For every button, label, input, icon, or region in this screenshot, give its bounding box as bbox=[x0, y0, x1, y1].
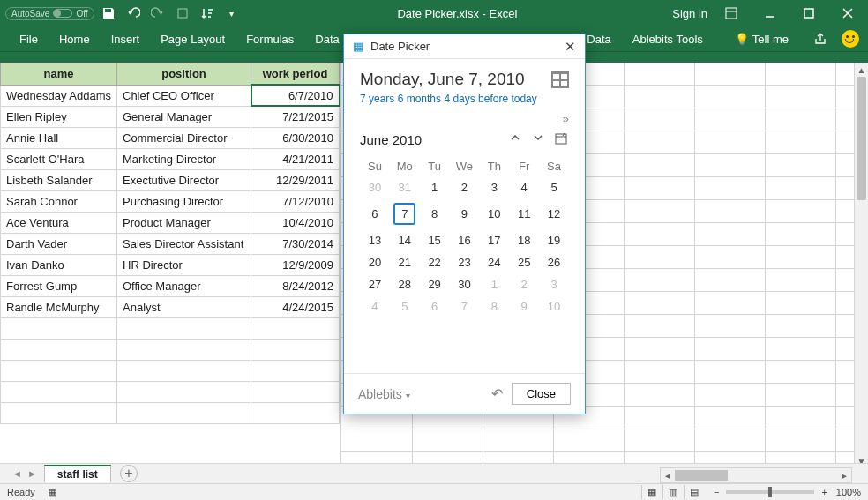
calendar-day[interactable]: 26 bbox=[539, 251, 569, 273]
calendar-day[interactable]: 3 bbox=[539, 273, 569, 295]
header-work-period[interactable]: work period bbox=[251, 63, 340, 86]
table-row[interactable]: Annie HallCommercial Director6/30/2010 bbox=[1, 127, 340, 148]
calendar-day[interactable]: 9 bbox=[450, 198, 480, 229]
add-sheet-icon[interactable]: + bbox=[120, 465, 138, 482]
table-row[interactable]: Randle McMurphyAnalyst4/24/2015 bbox=[1, 296, 340, 317]
calendar-day[interactable]: 10 bbox=[479, 198, 509, 229]
table-row[interactable]: Forrest GumpOffice Manager8/24/2012 bbox=[1, 275, 340, 296]
calendar-day[interactable]: 18 bbox=[509, 229, 539, 251]
calendar-day[interactable]: 8 bbox=[420, 198, 450, 229]
view-page-layout-icon[interactable]: ▥ bbox=[662, 485, 684, 499]
tab-formulas[interactable]: Formulas bbox=[236, 28, 304, 50]
table-row[interactable]: Ace VenturaProduct Manager10/4/2010 bbox=[1, 212, 340, 233]
smiley-icon[interactable] bbox=[842, 30, 859, 48]
scroll-left-icon[interactable]: ◄ bbox=[661, 471, 675, 481]
brand-dropdown[interactable]: Ablebits▾ bbox=[358, 387, 410, 401]
macro-record-icon[interactable]: ▦ bbox=[48, 487, 56, 498]
expand-icon[interactable]: » bbox=[563, 112, 569, 125]
tab-insert[interactable]: Insert bbox=[101, 28, 151, 50]
calendar-day[interactable]: 14 bbox=[390, 229, 420, 251]
calendar-day[interactable]: 30 bbox=[360, 176, 390, 198]
zoom-in-icon[interactable]: + bbox=[821, 487, 827, 497]
pane-titlebar[interactable]: ▦ Date Picker ✕ bbox=[344, 34, 585, 59]
calendar-day[interactable]: 3 bbox=[479, 176, 509, 198]
save-icon[interactable] bbox=[98, 3, 119, 24]
calendar-day[interactable]: 5 bbox=[390, 295, 420, 317]
sheet-tab-staff-list[interactable]: staff list bbox=[44, 465, 111, 482]
tab-nav-next-icon[interactable]: ► bbox=[27, 468, 37, 479]
calendar-day[interactable]: 27 bbox=[360, 273, 390, 295]
calendar-day[interactable]: 7 bbox=[390, 198, 420, 229]
table-row[interactable]: Sarah ConnorPurchasing Director7/12/2010 bbox=[1, 190, 340, 212]
sign-in-link[interactable]: Sign in bbox=[672, 7, 707, 20]
calendar-day[interactable]: 15 bbox=[420, 229, 450, 251]
today-icon[interactable] bbox=[553, 132, 569, 147]
hscroll-thumb[interactable] bbox=[675, 470, 728, 481]
calendar-day[interactable]: 6 bbox=[420, 295, 450, 317]
calendar-day[interactable]: 10 bbox=[539, 295, 569, 317]
maximize-icon[interactable] bbox=[794, 3, 824, 24]
calendar-day[interactable]: 24 bbox=[479, 251, 509, 273]
table-row[interactable]: Lisbeth SalanderExectutive Director12/29… bbox=[1, 169, 340, 190]
calendar-day[interactable]: 21 bbox=[390, 251, 420, 273]
zoom-level[interactable]: 100% bbox=[836, 487, 861, 497]
calendar-day[interactable]: 9 bbox=[509, 295, 539, 317]
tab-page-layout[interactable]: Page Layout bbox=[150, 28, 236, 50]
selected-cell[interactable]: 6/7/2010 bbox=[251, 85, 340, 106]
calendar-day[interactable]: 22 bbox=[420, 251, 450, 273]
calendar-day[interactable]: 4 bbox=[360, 295, 390, 317]
calendar-day[interactable]: 31 bbox=[390, 176, 420, 198]
calendar-day[interactable]: 16 bbox=[450, 229, 480, 251]
calendar-day[interactable]: 23 bbox=[450, 251, 480, 273]
sort-icon[interactable] bbox=[197, 3, 218, 24]
minimize-icon[interactable] bbox=[755, 3, 785, 24]
calendar-day[interactable]: 17 bbox=[479, 229, 509, 251]
calendar-day[interactable]: 30 bbox=[450, 273, 480, 295]
month-label[interactable]: June 2010 bbox=[360, 132, 422, 147]
view-page-break-icon[interactable]: ▤ bbox=[684, 485, 705, 499]
table-row[interactable]: Ellen RipleyGeneral Manager7/21/2015 bbox=[1, 106, 340, 127]
table-row[interactable]: Wednesday Addams Chief CEO Officer 6/7/2… bbox=[1, 85, 340, 106]
calendar-day[interactable]: 19 bbox=[539, 229, 569, 251]
scroll-up-icon[interactable]: ▲ bbox=[855, 63, 868, 77]
header-name[interactable]: name bbox=[1, 63, 117, 86]
calendar-day[interactable]: 29 bbox=[420, 273, 450, 295]
undo-date-icon[interactable]: ↶ bbox=[491, 385, 503, 402]
table-row[interactable]: Scarlett O'HaraMarketing Director4/21/20… bbox=[1, 148, 340, 169]
calendar-day[interactable]: 25 bbox=[509, 251, 539, 273]
calendar-day[interactable]: 20 bbox=[360, 251, 390, 273]
scroll-right-icon[interactable]: ► bbox=[837, 471, 851, 481]
tell-me[interactable]: 💡 Tell me bbox=[724, 28, 799, 50]
tab-ablebits-tools[interactable]: Ablebits Tools bbox=[632, 28, 714, 50]
prev-month-icon[interactable] bbox=[507, 132, 523, 147]
pane-close-icon[interactable]: ✕ bbox=[565, 39, 576, 55]
date-calculator-icon[interactable] bbox=[551, 71, 569, 88]
calendar-day[interactable]: 2 bbox=[509, 273, 539, 295]
tab-file[interactable]: File bbox=[9, 28, 49, 50]
autosave-toggle[interactable]: AutoSave Off bbox=[5, 7, 94, 20]
tab-nav-prev-icon[interactable]: ◄ bbox=[12, 468, 22, 479]
relative-date-link[interactable]: 7 years 6 months 4 days before today bbox=[360, 93, 569, 105]
calendar-day[interactable]: 5 bbox=[539, 176, 569, 198]
undo-icon[interactable] bbox=[123, 3, 144, 24]
scroll-thumb[interactable] bbox=[857, 77, 866, 200]
calendar-day[interactable]: 1 bbox=[420, 176, 450, 198]
table-row[interactable]: Darth VaderSales Director Assistant7/30/… bbox=[1, 233, 340, 254]
calendar-day[interactable]: 6 bbox=[360, 198, 390, 229]
vertical-scrollbar[interactable]: ▲ ▼ bbox=[854, 63, 868, 468]
calendar-day[interactable]: 4 bbox=[509, 176, 539, 198]
zoom-slider[interactable] bbox=[726, 490, 814, 494]
zoom-out-icon[interactable]: − bbox=[714, 487, 719, 497]
view-normal-icon[interactable]: ▦ bbox=[641, 485, 662, 499]
touch-mode-icon[interactable] bbox=[172, 3, 193, 24]
calendar-day[interactable]: 11 bbox=[509, 198, 539, 229]
calendar-day[interactable]: 2 bbox=[450, 176, 480, 198]
next-month-icon[interactable] bbox=[530, 132, 546, 147]
close-button[interactable]: Close bbox=[512, 383, 571, 405]
ribbon-display-icon[interactable] bbox=[716, 3, 746, 24]
calendar-day[interactable]: 8 bbox=[479, 295, 509, 317]
table-row[interactable]: Ivan DankoHR Director12/9/2009 bbox=[1, 254, 340, 275]
calendar-day[interactable]: 7 bbox=[450, 295, 480, 317]
calendar-day[interactable]: 28 bbox=[390, 273, 420, 295]
header-position[interactable]: position bbox=[117, 63, 251, 86]
